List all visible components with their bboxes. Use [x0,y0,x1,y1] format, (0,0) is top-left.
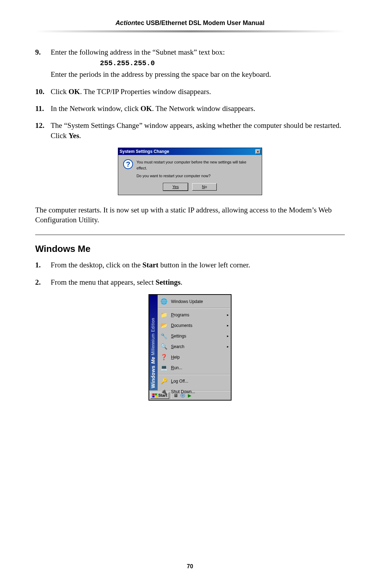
menu-item-icon: 🔌 [160,388,168,396]
section-heading-windows-me: Windows Me [35,243,345,255]
t: Click [51,87,69,96]
start-menu-item[interactable]: 🔍Search▸ [158,341,231,352]
menu-item-icon: ❓ [160,353,168,361]
start-menu-item[interactable]: 📂Documents▸ [158,320,231,331]
start-menu-screenshot: Windows Me Millennium Edition 🌐Windows U… [35,294,345,401]
menu-item-label: Documents [171,323,192,328]
submenu-arrow-icon: ▸ [227,312,229,317]
menu-item-icon: 🌐 [160,298,168,305]
me-step-2: 2. From the menu that appears, select Se… [35,277,345,287]
t: . The Network window disappears. [152,104,255,113]
ok-label: OK [69,87,80,96]
t: . [79,131,81,140]
t: IP [188,206,194,214]
menu-item-label: Windows Update [171,299,203,304]
step-text: Enter the periods in the address by pres… [51,70,271,79]
t: Properties window disappears. [119,87,211,96]
question-icon: ? [123,159,133,169]
menu-item-label: Shut Down... [171,389,195,395]
menu-item-icon: 📂 [160,322,168,329]
banner-light: Millennium Edition [151,318,156,357]
page-header: Actiontec USB/Ethernet DSL Modem User Ma… [35,19,345,30]
dialog-body: ? You must restart your computer before … [118,155,262,181]
menu-separator [158,308,230,309]
step-text: Enter the following address in the “Subn… [51,48,225,56]
me-step-1: 1. From the desktop, click on the Start … [35,260,345,270]
start-menu-item[interactable]: 🔧Settings▸ [158,331,231,341]
step-body: In the Network window, click OK. The Net… [51,104,345,113]
t: From the menu that appears, select [51,278,156,286]
ok-label: OK [140,104,152,113]
dialog-titlebar: System Settings Change × [118,148,262,155]
menu-item-icon: 🔍 [160,343,168,351]
step-num: 10. [35,87,51,97]
yes-button-label: Yes [172,185,179,189]
menu-item-icon: 💻 [160,364,168,372]
t: In the Network window, click [51,104,140,113]
start-label: Start [142,261,159,269]
start-menu-item[interactable]: 🔑Log Off... [158,376,231,386]
step-num: 11. [35,104,51,113]
t: . The [80,87,97,96]
step-body: From the desktop, click on the Start but… [51,260,345,270]
yes-label: Yes [69,131,79,140]
menu-item-label: Help [171,354,180,360]
settings-label: Settings [156,278,180,286]
brand-italic: Action [115,19,135,26]
start-menu-item[interactable]: 💻Run... [158,363,231,373]
submenu-arrow-icon: ▸ [227,334,229,339]
step-num: 12. [35,120,51,141]
step-10: 10. Click OK. The TCP/IP Properties wind… [35,87,345,97]
start-menu-banner: Windows Me Millennium Edition [149,295,158,390]
submenu-arrow-icon: ▸ [227,344,229,349]
start-menu-items: 🌐Windows Update📁Programs▸📂Documents▸🔧Set… [158,295,231,390]
step-11: 11. In the Network window, click OK. The… [35,104,345,113]
menu-item-label: Log Off... [171,378,188,384]
t: The computer restarts. It is now set up … [35,206,188,214]
banner-italic: Me [150,357,156,364]
step-body: Click OK. The TCP/IP Properties window d… [51,87,345,97]
dialog-message: You must restart your computer before th… [137,159,257,179]
step-num: 2. [35,277,51,287]
step-num: 1. [35,260,51,270]
start-menu-item[interactable]: ❓Help [158,352,231,363]
menu-item-icon: 🔑 [160,377,168,385]
step-9: 9. Enter the following address in the “S… [35,47,345,80]
section-divider [35,235,345,235]
submenu-arrow-icon: ▸ [227,323,229,328]
step-12: 12. The “System Settings Change” window … [35,120,345,141]
header-rest: USB/Ethernet DSL Modem User Manual [144,19,265,26]
yes-button[interactable]: Yes [163,183,188,191]
dialog-title-text: System Settings Change [120,149,169,154]
step-body: From the menu that appears, select Setti… [51,277,345,287]
menu-item-label: Run... [171,365,182,371]
start-menu-item[interactable]: 📁Programs▸ [158,310,231,320]
t: TCP/IP [97,87,119,96]
content-body: 9. Enter the following address in the “S… [35,47,345,401]
menu-item-label: Settings [171,333,186,339]
close-icon[interactable]: × [255,149,260,154]
start-menu-item[interactable]: 🌐Windows Update [158,296,231,307]
t: . [180,278,182,286]
after-dialog-para: The computer restarts. It is now set up … [35,205,345,225]
dialog-line2: Do you want to restart your computer now… [137,173,257,179]
step-body: The “System Settings Change” window appe… [51,120,345,141]
menu-item-label: Search [171,344,184,349]
start-menu-item[interactable]: 🔌Shut Down... [158,386,231,397]
step-body: Enter the following address in the “Subn… [51,47,345,80]
banner-bold: Windows [150,365,156,388]
start-menu: Windows Me Millennium Edition 🌐Windows U… [148,294,232,401]
dialog-buttons: Yes No [118,181,262,195]
dialog-screenshot: System Settings Change × ? You must rest… [35,148,345,195]
dialog-line1: You must restart your computer before th… [137,159,257,171]
page-number: 70 [0,563,380,570]
t: From the desktop, click on the [51,261,142,269]
brand-suffix: tec [135,19,144,26]
step-num: 9. [35,47,51,80]
menu-separator [158,374,230,375]
start-menu-top: Windows Me Millennium Edition 🌐Windows U… [149,295,231,391]
menu-item-label: Programs [171,312,189,318]
no-button[interactable]: No [192,183,217,191]
header-rule [35,30,345,32]
no-button-label: No [202,185,207,189]
